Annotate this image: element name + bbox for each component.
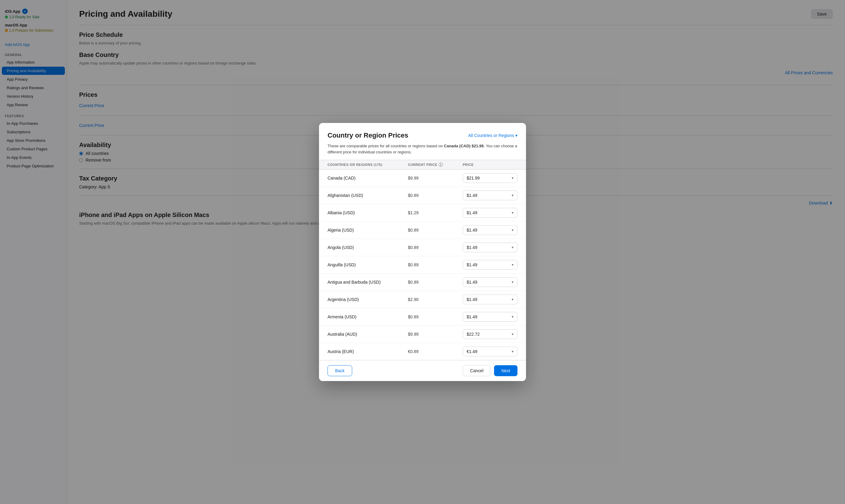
price-dropdown[interactable]: $22.72 ▾ (463, 329, 518, 339)
chevron-down-icon: ▾ (512, 263, 514, 267)
price-value: €1.49 (467, 349, 477, 354)
col-current-price: Current Price i (408, 163, 463, 167)
price-value: $1.49 (467, 193, 477, 198)
chevron-down-icon: ▾ (512, 245, 514, 250)
country-name: Angola (USD) (327, 245, 408, 250)
price-dropdown[interactable]: $1.49 ▾ (463, 242, 518, 252)
col-countries: Countries or Regions (175) (327, 163, 408, 167)
price-dropdown[interactable]: $1.49 ▾ (463, 208, 518, 218)
country-name: Argentina (USD) (327, 297, 408, 302)
next-button[interactable]: Next (494, 365, 518, 376)
info-icon[interactable]: i (439, 163, 443, 167)
modal-body: Canada (CAD) $9.99 $21.99 ▾ Afghanistan … (319, 169, 526, 360)
country-name: Albania (USD) (327, 210, 408, 215)
col-price: Price (463, 163, 518, 167)
country-name: Afghanistan (USD) (327, 193, 408, 198)
modal-header: Country or Region Prices All Countries o… (319, 123, 526, 160)
price-value: $1.49 (467, 314, 477, 319)
current-price-cell: $0.89 (408, 193, 463, 198)
modal-overlay: Country or Region Prices All Countries o… (0, 0, 845, 504)
price-value: $1.49 (467, 280, 477, 285)
modal: Country or Region Prices All Countries o… (319, 123, 526, 381)
country-name: Armenia (USD) (327, 314, 408, 319)
table-row: Armenia (USD) $0.89 $1.49 ▾ (319, 308, 526, 326)
price-value: $1.49 (467, 245, 477, 250)
current-price-cell: $0.89 (408, 245, 463, 250)
current-price-cell: $1.29 (408, 210, 463, 215)
price-dropdown[interactable]: $1.49 ▾ (463, 191, 518, 200)
table-row: Anguilla (USD) $0.89 $1.49 ▾ (319, 256, 526, 274)
table-row: Austria (EUR) €0.89 €1.49 ▾ (319, 343, 526, 360)
modal-title-row: Country or Region Prices All Countries o… (327, 131, 518, 139)
price-dropdown[interactable]: $21.99 ▾ (463, 173, 518, 183)
table-row: Antigua and Barbuda (USD) $0.89 $1.49 ▾ (319, 274, 526, 291)
current-price-cell: $9.99 (408, 176, 463, 180)
country-name: Canada (CAD) (327, 176, 408, 180)
current-price-cell: $0.89 (408, 314, 463, 319)
price-value: $1.49 (467, 262, 477, 267)
chevron-down-icon: ▾ (512, 332, 514, 336)
current-price-cell: $0.89 (408, 228, 463, 233)
table-row: Argentina (USD) $2.90 $1.49 ▾ (319, 291, 526, 308)
filter-label: All Countries or Regions (468, 133, 514, 138)
current-price-cell: $0.89 (408, 262, 463, 267)
current-price-cell: $9.99 (408, 332, 463, 337)
chevron-down-icon: ▾ (512, 176, 514, 180)
current-price-cell: $2.90 (408, 297, 463, 302)
table-row: Algeria (USD) $0.89 $1.49 ▾ (319, 221, 526, 239)
price-dropdown[interactable]: $1.49 ▾ (463, 294, 518, 304)
chevron-down-icon: ▾ (512, 349, 514, 354)
chevron-down-icon: ▾ (512, 228, 514, 232)
chevron-down-icon: ▾ (515, 133, 518, 138)
back-button[interactable]: Back (327, 365, 352, 376)
modal-table-header: Countries or Regions (175) Current Price… (319, 160, 526, 169)
price-dropdown[interactable]: $1.49 ▾ (463, 260, 518, 270)
country-name: Austria (EUR) (327, 349, 408, 354)
price-value: $1.49 (467, 297, 477, 302)
price-dropdown[interactable]: $1.49 ▾ (463, 277, 518, 287)
table-row: Albania (USD) $1.29 $1.49 ▾ (319, 204, 526, 221)
modal-title: Country or Region Prices (327, 131, 408, 139)
cancel-button[interactable]: Cancel (463, 365, 491, 376)
current-price-cell: $0.89 (408, 280, 463, 285)
price-dropdown[interactable]: €1.49 ▾ (463, 347, 518, 356)
chevron-down-icon: ▾ (512, 298, 514, 302)
chevron-down-icon: ▾ (512, 193, 514, 198)
filter-dropdown[interactable]: All Countries or Regions ▾ (468, 133, 518, 138)
price-dropdown[interactable]: $1.49 ▾ (463, 312, 518, 322)
country-name: Australia (AUD) (327, 332, 408, 337)
price-value: $21.99 (467, 176, 480, 180)
table-row: Australia (AUD) $9.99 $22.72 ▾ (319, 326, 526, 343)
price-value: $1.49 (467, 228, 477, 233)
chevron-down-icon: ▾ (512, 211, 514, 215)
modal-footer: Back Cancel Next (319, 360, 526, 381)
table-row: Afghanistan (USD) $0.89 $1.49 ▾ (319, 187, 526, 204)
current-price-cell: €0.89 (408, 349, 463, 354)
modal-desc: These are comparable prices for all coun… (327, 143, 518, 155)
price-value: $1.49 (467, 210, 477, 215)
chevron-down-icon: ▾ (512, 315, 514, 319)
country-name: Algeria (USD) (327, 228, 408, 233)
country-name: Antigua and Barbuda (USD) (327, 280, 408, 285)
price-value: $22.72 (467, 332, 480, 337)
table-row: Canada (CAD) $9.99 $21.99 ▾ (319, 169, 526, 187)
price-dropdown[interactable]: $1.49 ▾ (463, 225, 518, 235)
country-name: Anguilla (USD) (327, 262, 408, 267)
chevron-down-icon: ▾ (512, 280, 514, 284)
table-row: Angola (USD) $0.89 $1.49 ▾ (319, 239, 526, 256)
